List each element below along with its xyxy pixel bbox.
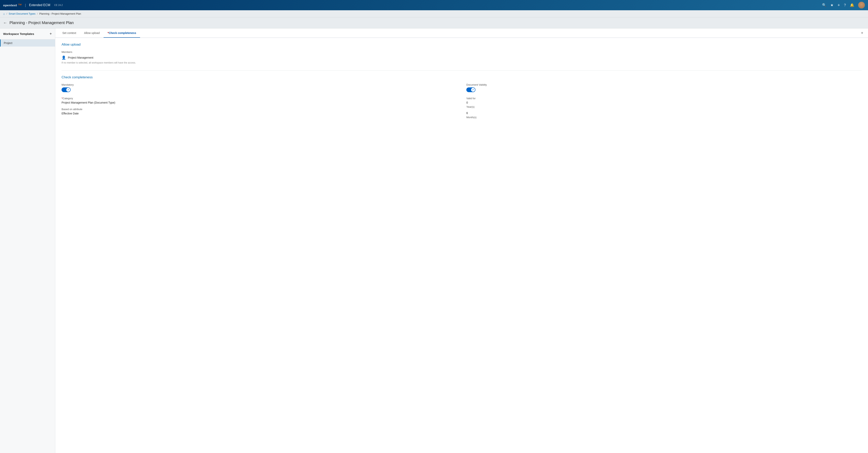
brand-dot: ™ — [18, 3, 22, 7]
based-on-attribute-label: Based on attribute — [62, 108, 457, 111]
breadcrumb-smart-doc-types[interactable]: Smart Document Types — [9, 12, 35, 15]
mandatory-field: Mandatory ✓ — [62, 83, 457, 92]
document-validity-check-icon: ✓ — [472, 88, 474, 91]
content-scroll: Allow upload Members 👤 Project Managemen… — [55, 38, 868, 453]
user-avatar[interactable] — [858, 2, 865, 8]
check-completeness-grid: Mandatory ✓ — [62, 83, 862, 119]
mandatory-check-icon: ✓ — [67, 88, 69, 91]
sidebar: Workspace Templates + Project — [0, 28, 55, 453]
tab-allow-upload[interactable]: Allow upload — [80, 29, 103, 38]
mandatory-toggle-container: ✓ — [62, 87, 457, 92]
brand-logo: opentext ™ — [3, 3, 22, 7]
sidebar-item-project[interactable]: Project — [0, 39, 55, 47]
notifications-icon[interactable]: 🔔 — [850, 3, 854, 7]
top-navigation: opentext ™ | Extended ECM CE 24.2 🔍 ★ + … — [0, 0, 868, 10]
tab-check-completeness[interactable]: *Check completeness — [103, 29, 140, 38]
members-label: Members — [62, 51, 862, 54]
tab-set-context[interactable]: Set context — [58, 29, 80, 38]
breadcrumb: ⌂ / Smart Document Types / Planning - Pr… — [0, 10, 868, 18]
document-validity-toggle-thumb: ✓ — [471, 88, 475, 92]
valid-for-years-unit: Year(s) — [466, 105, 862, 108]
mandatory-toggle-track: ✓ — [62, 87, 71, 92]
member-note: If no member is selected, all workspace … — [62, 61, 862, 64]
allow-upload-title: Allow upload — [62, 42, 862, 47]
document-validity-toggle-track: ✓ — [466, 87, 475, 92]
page-header: ← Planning - Project Management Plan — [0, 18, 868, 28]
valid-for-field: Valid for 0 Year(s) 6 Month(s) — [466, 97, 862, 119]
document-validity-toggle-container: ✓ — [466, 87, 862, 92]
valid-for-months-unit: Month(s) — [466, 116, 862, 119]
nav-icon-group: 🔍 ★ + ? 🔔 — [822, 2, 865, 8]
page-title: Planning - Project Management Plan — [9, 21, 74, 25]
check-completeness-title: Check completeness — [62, 76, 862, 79]
tabs-bar: Set context Allow upload *Check complete… — [55, 28, 868, 38]
check-completeness-section: Check completeness Mandatory ✓ — [62, 76, 862, 119]
sidebar-item-label: Project — [4, 41, 12, 44]
member-item: 👤 Project Management — [62, 55, 862, 60]
document-validity-toggle[interactable]: ✓ — [466, 87, 475, 92]
back-button[interactable]: ← — [3, 21, 7, 25]
brand-logo-text: opentext — [3, 4, 17, 7]
valid-for-months-value: 6 — [466, 112, 862, 115]
category-label-text: Category — [63, 97, 73, 100]
brand-area: opentext ™ | Extended ECM CE 24.2 — [3, 3, 822, 7]
add-icon[interactable]: + — [837, 3, 840, 8]
document-validity-label: Document Validity — [466, 83, 862, 86]
category-field: *Category Project Management Plan (Docum… — [62, 97, 457, 119]
search-icon[interactable]: 🔍 — [822, 3, 826, 7]
member-name: Project Management — [68, 56, 93, 59]
valid-for-years-value: 0 — [466, 101, 862, 104]
member-person-icon: 👤 — [62, 55, 66, 60]
brand-version: CE 24.2 — [54, 4, 63, 6]
breadcrumb-sep-2: / — [37, 12, 38, 15]
tab-add-button[interactable]: + — [859, 29, 865, 37]
mandatory-toggle[interactable]: ✓ — [62, 87, 71, 92]
main-layout: Workspace Templates + Project Set contex… — [0, 28, 868, 453]
category-label: *Category — [62, 97, 457, 100]
favorites-icon[interactable]: ★ — [830, 3, 834, 7]
brand-product-name: Extended ECM — [29, 3, 50, 7]
mandatory-toggle-thumb: ✓ — [66, 88, 70, 92]
back-arrow-icon: ← — [3, 21, 7, 25]
help-icon[interactable]: ? — [844, 3, 846, 7]
mandatory-label: Mandatory — [62, 83, 457, 86]
valid-for-label: Valid for — [466, 97, 862, 100]
content-area: Set context Allow upload *Check complete… — [55, 28, 868, 453]
home-icon[interactable]: ⌂ — [3, 12, 5, 16]
based-on-attribute-value: Effective Date — [62, 112, 457, 115]
breadcrumb-sep-1: / — [6, 12, 7, 15]
category-value: Project Management Plan (Document Type) — [62, 101, 457, 104]
sidebar-add-button[interactable]: + — [50, 32, 52, 36]
section-divider — [62, 70, 862, 71]
tab-check-completeness-label: Check completeness — [109, 31, 136, 34]
document-validity-field: Document Validity ✓ — [466, 83, 862, 92]
sidebar-title: Workspace Templates — [3, 32, 34, 35]
brand-divider: | — [25, 3, 26, 7]
allow-upload-section: Allow upload Members 👤 Project Managemen… — [62, 42, 862, 64]
breadcrumb-current: Planning - Project Management Plan — [39, 12, 81, 15]
sidebar-header: Workspace Templates + — [0, 28, 55, 39]
